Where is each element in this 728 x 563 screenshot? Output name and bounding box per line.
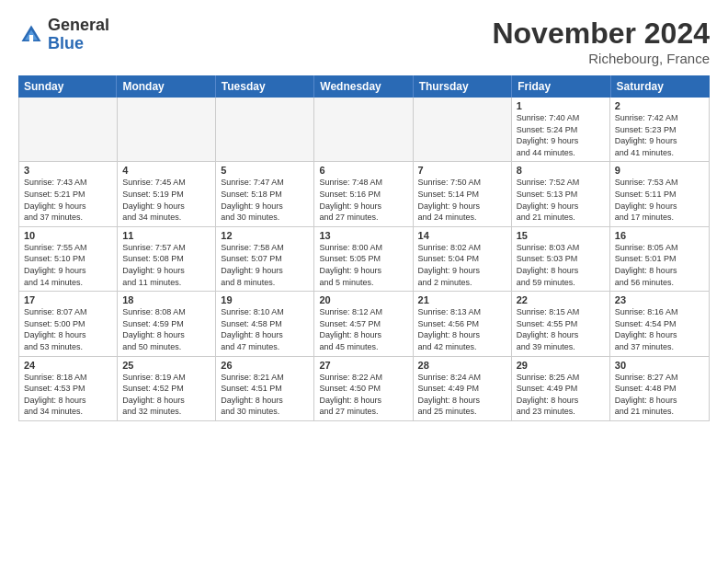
header: General Blue November 2024 Richebourg, F…	[18, 17, 710, 66]
logo-general: General	[48, 17, 109, 35]
day-info: Sunrise: 8:22 AM Sunset: 4:50 PM Dayligh…	[319, 372, 407, 418]
day-number: 23	[615, 294, 704, 305]
week-row-1: 3Sunrise: 7:43 AM Sunset: 5:21 PM Daylig…	[19, 162, 709, 226]
day-number: 7	[418, 165, 506, 176]
day-cell: 23Sunrise: 8:16 AM Sunset: 4:54 PM Dayli…	[610, 292, 709, 355]
header-day-wednesday: Wednesday	[314, 75, 413, 98]
day-info: Sunrise: 8:08 AM Sunset: 4:59 PM Dayligh…	[122, 306, 210, 352]
day-number: 24	[24, 360, 112, 371]
week-row-4: 24Sunrise: 8:18 AM Sunset: 4:53 PM Dayli…	[19, 357, 709, 420]
day-number: 12	[221, 230, 309, 241]
day-cell	[118, 98, 216, 161]
calendar: SundayMondayTuesdayWednesdayThursdayFrid…	[18, 75, 710, 554]
day-info: Sunrise: 7:43 AM Sunset: 5:21 PM Dayligh…	[24, 177, 112, 223]
week-row-0: 1Sunrise: 7:40 AM Sunset: 5:24 PM Daylig…	[19, 98, 709, 162]
day-cell: 29Sunrise: 8:25 AM Sunset: 4:49 PM Dayli…	[512, 357, 610, 420]
day-cell: 3Sunrise: 7:43 AM Sunset: 5:21 PM Daylig…	[19, 162, 118, 225]
day-number: 20	[319, 294, 407, 305]
day-cell: 16Sunrise: 8:05 AM Sunset: 5:01 PM Dayli…	[610, 227, 709, 291]
day-number: 27	[319, 360, 407, 371]
title-block: November 2024 Richebourg, France	[492, 17, 710, 66]
day-info: Sunrise: 7:57 AM Sunset: 5:08 PM Dayligh…	[122, 242, 210, 288]
header-day-tuesday: Tuesday	[216, 75, 314, 98]
day-cell: 7Sunrise: 7:50 AM Sunset: 5:14 PM Daylig…	[414, 162, 512, 225]
day-number: 26	[221, 360, 309, 371]
day-cell: 24Sunrise: 8:18 AM Sunset: 4:53 PM Dayli…	[19, 357, 118, 420]
day-number: 17	[24, 294, 112, 305]
day-info: Sunrise: 8:12 AM Sunset: 4:57 PM Dayligh…	[319, 306, 407, 352]
day-cell: 18Sunrise: 8:08 AM Sunset: 4:59 PM Dayli…	[118, 292, 216, 355]
day-number: 1	[517, 100, 605, 111]
day-cell: 12Sunrise: 7:58 AM Sunset: 5:07 PM Dayli…	[216, 227, 314, 291]
day-info: Sunrise: 8:15 AM Sunset: 4:55 PM Dayligh…	[517, 306, 605, 352]
day-cell: 15Sunrise: 8:03 AM Sunset: 5:03 PM Dayli…	[512, 227, 610, 291]
day-cell: 14Sunrise: 8:02 AM Sunset: 5:04 PM Dayli…	[414, 227, 512, 291]
day-info: Sunrise: 7:52 AM Sunset: 5:13 PM Dayligh…	[517, 177, 605, 223]
svg-rect-2	[29, 35, 33, 41]
day-info: Sunrise: 8:05 AM Sunset: 5:01 PM Dayligh…	[615, 242, 704, 288]
day-number: 19	[221, 294, 309, 305]
day-number: 13	[319, 230, 407, 241]
day-number: 6	[319, 165, 407, 176]
day-info: Sunrise: 8:24 AM Sunset: 4:49 PM Dayligh…	[418, 372, 506, 418]
calendar-weeks: 1Sunrise: 7:40 AM Sunset: 5:24 PM Daylig…	[19, 98, 709, 420]
header-day-thursday: Thursday	[414, 75, 512, 98]
day-info: Sunrise: 7:47 AM Sunset: 5:18 PM Dayligh…	[221, 177, 309, 223]
day-number: 21	[418, 294, 506, 305]
day-cell: 13Sunrise: 8:00 AM Sunset: 5:05 PM Dayli…	[314, 227, 413, 291]
day-cell: 5Sunrise: 7:47 AM Sunset: 5:18 PM Daylig…	[216, 162, 314, 225]
day-info: Sunrise: 7:50 AM Sunset: 5:14 PM Dayligh…	[418, 177, 506, 223]
day-cell: 10Sunrise: 7:55 AM Sunset: 5:10 PM Dayli…	[19, 227, 118, 291]
day-number: 16	[615, 230, 704, 241]
month-title: November 2024	[492, 17, 710, 51]
day-cell: 4Sunrise: 7:45 AM Sunset: 5:19 PM Daylig…	[118, 162, 216, 225]
logo-icon	[18, 22, 44, 48]
logo-blue: Blue	[48, 35, 109, 53]
day-cell: 21Sunrise: 8:13 AM Sunset: 4:56 PM Dayli…	[414, 292, 512, 355]
day-cell: 25Sunrise: 8:19 AM Sunset: 4:52 PM Dayli…	[118, 357, 216, 420]
day-info: Sunrise: 8:18 AM Sunset: 4:53 PM Dayligh…	[24, 372, 112, 418]
day-number: 18	[122, 294, 210, 305]
day-number: 14	[418, 230, 506, 241]
day-info: Sunrise: 7:48 AM Sunset: 5:16 PM Dayligh…	[319, 177, 407, 223]
day-info: Sunrise: 8:00 AM Sunset: 5:05 PM Dayligh…	[319, 242, 407, 288]
day-info: Sunrise: 8:21 AM Sunset: 4:51 PM Dayligh…	[221, 372, 309, 418]
day-cell	[19, 98, 118, 161]
day-info: Sunrise: 8:25 AM Sunset: 4:49 PM Dayligh…	[517, 372, 605, 418]
day-info: Sunrise: 7:42 AM Sunset: 5:23 PM Dayligh…	[615, 112, 704, 158]
day-number: 15	[517, 230, 605, 241]
day-cell	[216, 98, 314, 161]
day-cell: 9Sunrise: 7:53 AM Sunset: 5:11 PM Daylig…	[610, 162, 709, 225]
day-info: Sunrise: 7:45 AM Sunset: 5:19 PM Dayligh…	[122, 177, 210, 223]
day-number: 3	[24, 165, 112, 176]
week-row-3: 17Sunrise: 8:07 AM Sunset: 5:00 PM Dayli…	[19, 292, 709, 356]
day-number: 8	[517, 165, 605, 176]
day-info: Sunrise: 7:58 AM Sunset: 5:07 PM Dayligh…	[221, 242, 309, 288]
day-info: Sunrise: 7:55 AM Sunset: 5:10 PM Dayligh…	[24, 242, 112, 288]
day-info: Sunrise: 7:40 AM Sunset: 5:24 PM Dayligh…	[517, 112, 605, 158]
header-day-sunday: Sunday	[18, 75, 117, 98]
header-day-saturday: Saturday	[611, 75, 710, 98]
page: General Blue November 2024 Richebourg, F…	[0, 0, 728, 563]
day-cell	[314, 98, 413, 161]
day-cell	[414, 98, 512, 161]
day-cell: 11Sunrise: 7:57 AM Sunset: 5:08 PM Dayli…	[118, 227, 216, 291]
day-info: Sunrise: 8:10 AM Sunset: 4:58 PM Dayligh…	[221, 306, 309, 352]
logo-text: General Blue	[48, 17, 109, 53]
day-number: 22	[517, 294, 605, 305]
day-cell: 30Sunrise: 8:27 AM Sunset: 4:48 PM Dayli…	[610, 357, 709, 420]
day-cell: 27Sunrise: 8:22 AM Sunset: 4:50 PM Dayli…	[314, 357, 413, 420]
day-info: Sunrise: 8:03 AM Sunset: 5:03 PM Dayligh…	[517, 242, 605, 288]
calendar-body: 1Sunrise: 7:40 AM Sunset: 5:24 PM Daylig…	[18, 98, 710, 421]
header-day-monday: Monday	[117, 75, 215, 98]
day-number: 25	[122, 360, 210, 371]
day-info: Sunrise: 8:16 AM Sunset: 4:54 PM Dayligh…	[615, 306, 704, 352]
day-number: 30	[615, 360, 704, 371]
day-cell: 20Sunrise: 8:12 AM Sunset: 4:57 PM Dayli…	[314, 292, 413, 355]
day-number: 9	[615, 165, 704, 176]
day-info: Sunrise: 8:07 AM Sunset: 5:00 PM Dayligh…	[24, 306, 112, 352]
day-cell: 19Sunrise: 8:10 AM Sunset: 4:58 PM Dayli…	[216, 292, 314, 355]
day-info: Sunrise: 8:27 AM Sunset: 4:48 PM Dayligh…	[615, 372, 704, 418]
logo: General Blue	[18, 17, 109, 53]
day-cell: 1Sunrise: 7:40 AM Sunset: 5:24 PM Daylig…	[512, 98, 610, 161]
